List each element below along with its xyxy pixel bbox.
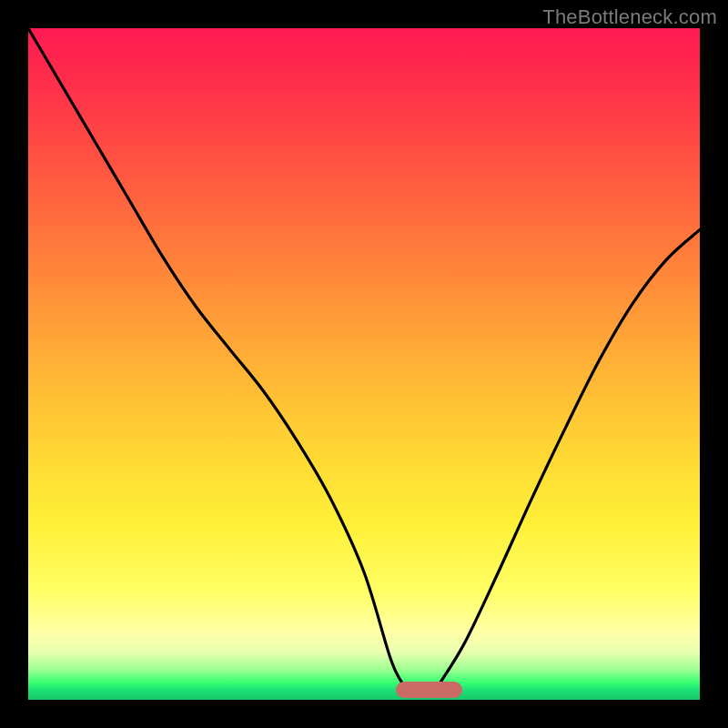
watermark-text: TheBottleneck.com	[542, 5, 717, 29]
curve-left-branch	[28, 28, 404, 686]
bottleneck-curve	[28, 28, 700, 700]
chart-frame: TheBottleneck.com	[0, 0, 728, 728]
optimal-marker	[396, 682, 463, 698]
plot-area	[28, 28, 700, 700]
curve-right-branch	[438, 229, 700, 686]
